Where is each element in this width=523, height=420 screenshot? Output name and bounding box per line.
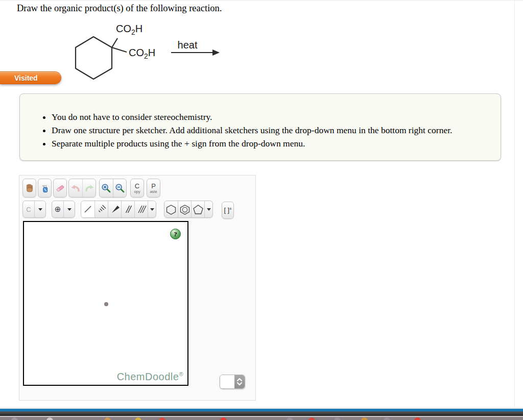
- window-edge-dark-bar: [0, 411, 523, 416]
- charge-picker: ⊕: [52, 201, 75, 218]
- chemdoodle-watermark: ChemDoodle®: [117, 371, 183, 383]
- paste-button[interactable]: P aste: [147, 179, 160, 197]
- brackets-charge-button[interactable]: [ ]±: [222, 202, 234, 219]
- sketcher-toolbar-top: C opy P aste: [22, 179, 160, 197]
- bond-to-right-co2h: [112, 47, 127, 52]
- right-edge-divider: [514, 0, 515, 407]
- question-text: Draw the organic product(s) of the follo…: [17, 3, 477, 14]
- instruction-item: You do not have to consider stereochemis…: [52, 111, 495, 122]
- chevron-down-icon: [150, 208, 154, 211]
- charge-dropdown-button[interactable]: [63, 201, 75, 217]
- ring-dropdown-button[interactable]: [204, 201, 212, 217]
- benzene-button[interactable]: [178, 201, 191, 217]
- cyclohexane-ring: [76, 37, 112, 79]
- zoom-out-icon: [115, 183, 125, 193]
- eraser-tool-button[interactable]: [53, 179, 67, 197]
- dock-app-icon[interactable]: [414, 417, 421, 420]
- reaction-arrowhead: [212, 50, 220, 56]
- co2h-right-label: CO2H: [129, 47, 155, 60]
- dock-app-icon[interactable]: [11, 417, 18, 420]
- dock-app-icon[interactable]: [135, 417, 141, 420]
- single-bond-button[interactable]: [81, 201, 94, 217]
- chevron-down-icon: [38, 208, 42, 211]
- redo-button[interactable]: [82, 179, 96, 197]
- instruction-item: Separate multiple products using the + s…: [52, 138, 495, 149]
- canvas-center-dot: [104, 302, 108, 306]
- dock-app-icon[interactable]: [220, 417, 227, 420]
- hand-icon: [25, 183, 35, 193]
- stepper-arrows[interactable]: [234, 375, 245, 388]
- zoom-in-button[interactable]: [100, 179, 113, 197]
- co2h-top-label: CO2H: [116, 23, 142, 36]
- chemdoodle-sketcher-panel: C opy P aste C ⊕: [19, 175, 256, 401]
- dock-bar: [0, 417, 523, 420]
- single-bond-icon: [83, 204, 93, 214]
- visited-badge: Visited: [0, 71, 61, 84]
- dock-app-icon[interactable]: [287, 417, 293, 420]
- dock-app-icon[interactable]: [104, 417, 111, 420]
- reaction-scheme: CO2H CO2H heat: [65, 16, 229, 85]
- redo-icon: [84, 183, 94, 193]
- copy-button[interactable]: C opy: [130, 179, 144, 197]
- element-dropdown-button[interactable]: [34, 201, 45, 217]
- cyclopentane-button[interactable]: [191, 201, 204, 217]
- triple-bond-icon: [136, 204, 147, 214]
- dock-app-icon[interactable]: [308, 417, 315, 420]
- zoom-group: [99, 179, 127, 197]
- instruction-item: Draw one structure per sketcher. Add add…: [52, 125, 495, 136]
- hash-bond-icon: [97, 204, 107, 214]
- chevron-down-icon: [207, 208, 211, 211]
- cyclopentane-icon: [193, 204, 204, 215]
- undo-redo-group: [68, 179, 96, 197]
- heat-label: heat: [178, 39, 198, 51]
- cyclohexane-icon: [165, 204, 177, 215]
- clear-icon: [40, 183, 50, 193]
- sketch-canvas[interactable]: ? ChemDoodle®: [23, 221, 188, 386]
- cyclohexane-button[interactable]: [164, 201, 178, 217]
- copy-label-small: opy: [134, 190, 140, 194]
- clear-tool-button[interactable]: [38, 179, 52, 197]
- undo-button[interactable]: [69, 179, 82, 197]
- up-down-chevrons-icon: [235, 378, 244, 386]
- bond-dropdown-button[interactable]: [148, 201, 156, 217]
- charge-button[interactable]: ⊕: [52, 201, 63, 217]
- stepper-value-field[interactable]: [220, 375, 234, 388]
- wedge-bond-icon: [110, 204, 120, 214]
- zoom-in-icon: [101, 183, 111, 193]
- hand-tool-button[interactable]: [22, 179, 36, 197]
- dock-app-icon[interactable]: [384, 417, 390, 420]
- bond-tools-group: [81, 201, 156, 218]
- wedge-bond-button[interactable]: [108, 201, 121, 217]
- sketcher-toolbar-bottom: C ⊕: [22, 201, 234, 219]
- ring-tools-group: [164, 201, 213, 218]
- eraser-icon: [55, 183, 65, 193]
- element-picker: C: [22, 201, 46, 218]
- paste-label-big: P: [151, 183, 156, 189]
- double-bond-icon: [123, 204, 133, 214]
- hash-bond-button[interactable]: [94, 201, 108, 217]
- instructions-list: You do not have to consider stereochemis…: [52, 111, 495, 149]
- sketcher-count-stepper[interactable]: [220, 375, 245, 389]
- top-strip: [0, 0, 523, 1]
- instructions-panel: You do not have to consider stereochemis…: [19, 93, 501, 161]
- zoom-out-button[interactable]: [113, 179, 126, 197]
- element-label-button[interactable]: C: [23, 201, 34, 217]
- bond-to-top-co2h: [112, 38, 117, 47]
- dock-app-icon[interactable]: [159, 417, 165, 420]
- dock-app-icon[interactable]: [334, 417, 341, 420]
- paste-label-small: aste: [150, 190, 157, 194]
- triple-bond-button[interactable]: [134, 201, 148, 217]
- chevron-down-icon: [67, 208, 72, 211]
- help-button[interactable]: ?: [170, 229, 181, 239]
- undo-icon: [70, 183, 81, 193]
- double-bond-button[interactable]: [121, 201, 134, 217]
- brackets-label: [ ]±: [224, 206, 231, 214]
- dock-app-icon[interactable]: [46, 417, 53, 420]
- copy-label-big: C: [135, 183, 139, 189]
- benzene-icon: [179, 204, 191, 215]
- dock-app-icon[interactable]: [361, 417, 368, 420]
